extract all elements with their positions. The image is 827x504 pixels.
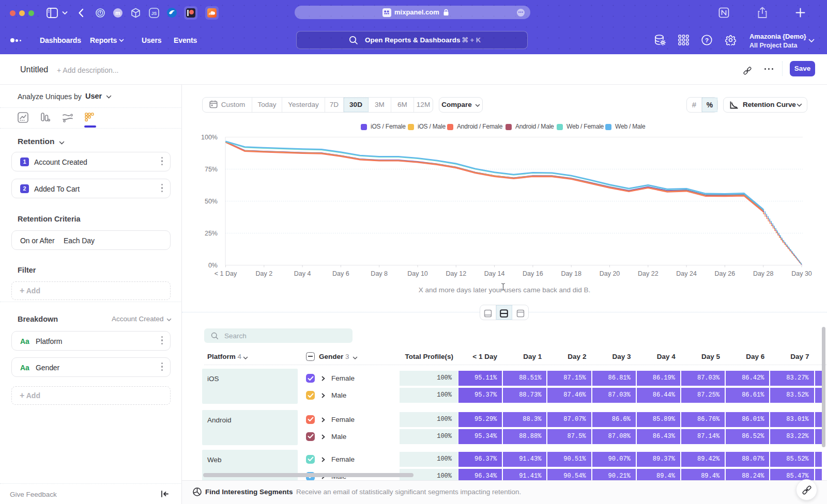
svg-text:< 1 Day: < 1 Day (215, 270, 237, 277)
svg-text:Day 26: Day 26 (715, 270, 736, 277)
svg-text:Day 22: Day 22 (638, 270, 658, 277)
svg-text:Day 24: Day 24 (676, 270, 697, 277)
svg-text:75%: 75% (205, 166, 218, 173)
svg-text:0%: 0% (208, 262, 218, 269)
svg-text:50%: 50% (205, 198, 218, 205)
svg-text:Day 14: Day 14 (484, 270, 505, 277)
svg-text:Day 28: Day 28 (753, 270, 774, 277)
svg-text:Day 18: Day 18 (561, 270, 581, 277)
svg-text:100%: 100% (201, 134, 218, 141)
svg-text:Day 20: Day 20 (600, 270, 620, 277)
svg-text:Day 2: Day 2 (255, 270, 272, 277)
svg-text:Day 8: Day 8 (371, 270, 388, 277)
svg-text:Day 30: Day 30 (791, 270, 812, 277)
svg-text:Day 10: Day 10 (407, 270, 428, 277)
svg-text:JS: JS (151, 11, 157, 16)
svg-text:Day 16: Day 16 (523, 270, 543, 277)
svg-text:Day 4: Day 4 (294, 270, 311, 277)
svg-text:Day 12: Day 12 (446, 270, 466, 277)
svg-text:25%: 25% (205, 230, 218, 237)
svg-text:?: ? (705, 37, 709, 43)
svg-text:Day 6: Day 6 (332, 270, 349, 277)
